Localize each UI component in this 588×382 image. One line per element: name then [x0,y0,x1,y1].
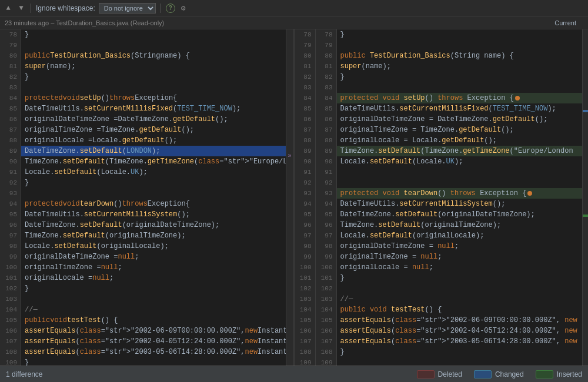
right-line-number-local: 107 [295,336,315,347]
left-code[interactable]: } public TestDuration_Basics(String name… [21,29,286,366]
right-line-number-local: 81 [295,61,315,72]
code-line: originalTimeZone = null; [337,252,583,262]
code-line: DateTimeUtils.setCurrentMillisSystem(); [337,199,583,209]
code-line: Locale.setDefault(Locale.UK); [337,156,583,167]
code-line: DateTimeUtils.setCurrentMillisSystem(); [21,209,286,220]
right-line-number-local: 86 [295,114,315,125]
changed-legend-box [474,370,492,378]
right-line-number-remote: 80 [316,51,336,61]
inserted-legend: Inserted [536,370,582,378]
diff-middle: » [286,29,294,366]
line-number: 102 [0,283,21,294]
right-line-number-local: 82 [295,72,315,82]
right-line-number-local: 80 [295,51,315,61]
code-line: originalTimeZone = TimeZone.getDefault()… [337,125,583,135]
right-line-number-remote: 101 [316,273,336,283]
right-line-number-remote: 105 [316,315,336,326]
right-line-numbers-local: 7879808182838485868788899091929394959697… [295,29,316,366]
right-line-number-local: 106 [295,326,315,336]
right-line-number-remote: 91 [316,167,336,177]
code-line: TimeZone.setDefault(TimeZone.getTimeZone… [21,156,286,167]
right-line-number-remote: 95 [316,209,336,220]
right-line-number-local: 109 [295,357,315,366]
right-line-number-local: 99 [295,252,315,262]
file-info: 23 minutes ago – TestDuration_Basics.jav… [5,19,164,26]
diff-container: 7879808182838485868788899091929394959697… [0,29,588,366]
code-line [337,167,583,177]
code-line: DateTimeZone.setDefault(originalDateTime… [21,220,286,230]
code-line: originalLocale = Locale.getDefault(); [21,135,286,146]
line-number: 93 [0,188,21,199]
right-line-numbers-remote: 7879808182838485868788899091929394959697… [316,29,337,366]
right-line-number-local: 85 [295,103,315,114]
code-line: assertEquals(class="str">"2002-06-09T00:… [21,326,286,336]
line-number: 83 [0,82,21,93]
help-button[interactable]: ? [166,4,175,13]
line-number: 82 [0,72,21,82]
code-line: DateTimeZone.setDefault(LONDON); [21,146,286,156]
code-line: } [337,29,583,40]
current-label: Current [554,19,576,26]
right-line-number-local: 79 [295,40,315,51]
code-line: //— [337,294,583,304]
right-line-number-local: 95 [295,209,315,220]
right-line-number-local: 105 [295,315,315,326]
code-line: originalTimeZone = null; [21,262,286,273]
right-pane: 7879808182838485868788899091929394959697… [295,29,589,366]
inserted-legend-label: Inserted [557,370,582,378]
right-line-number-remote: 90 [316,156,336,167]
separator2 [161,4,161,13]
settings-button[interactable]: ⚙ [179,4,188,13]
changed-legend-label: Changed [495,370,524,378]
line-number: 103 [0,294,21,304]
right-line-number-remote: 109 [316,357,336,366]
whitespace-dropdown[interactable]: Do not ignore [99,3,156,14]
line-number: 95 [0,209,21,220]
code-line: originalLocale = null; [21,273,286,283]
right-code[interactable]: } public TestDuration_Basics(String name… [337,29,583,366]
line-number: 84 [0,93,21,103]
changed-legend: Changed [474,370,524,378]
line-number: 81 [0,61,21,72]
right-line-number-remote: 94 [316,199,336,209]
change-marker-dot [527,191,532,196]
code-line: public void testTest() { [337,304,583,315]
prev-change-icon[interactable]: ▲ [4,4,13,13]
line-number: 94 [0,199,21,209]
line-number: 85 [0,103,21,114]
line-number: 86 [0,114,21,125]
right-line-number-local: 102 [295,283,315,294]
right-line-number-local: 90 [295,156,315,167]
line-number: 90 [0,156,21,167]
code-line: } [21,357,286,366]
right-line-number-remote: 83 [316,82,336,93]
code-line: assertEquals(class="str">"2003-05-06T14:… [21,347,286,357]
line-number: 88 [0,135,21,146]
line-number: 101 [0,273,21,283]
code-line: protected void tearDown() throws Excepti… [21,199,286,209]
line-number: 99 [0,252,21,262]
code-line: originalDateTimeZone = DateTimeZone.getD… [337,114,583,125]
line-number: 108 [0,347,21,357]
right-line-number-remote: 108 [316,347,336,357]
right-line-number-remote: 78 [316,29,336,40]
code-line: originalDateTimeZone = null; [337,241,583,252]
line-number: 107 [0,336,21,347]
right-line-number-remote: 103 [316,294,336,304]
next-change-icon[interactable]: ▼ [16,4,26,13]
right-line-number-remote: 87 [316,125,336,135]
code-line: protected void setUp() throws Exception … [21,93,286,103]
line-number: 98 [0,241,21,252]
line-number: 79 [0,40,21,51]
left-pane: 7879808182838485868788899091929394959697… [0,29,295,366]
right-line-number-local: 103 [295,294,315,304]
right-line-number-remote: 93 [316,188,336,199]
right-line-number-local: 91 [295,167,315,177]
right-line-number-remote: 79 [316,40,336,51]
code-line: assertEquals(class="str">"2003-05-06T14:… [337,336,583,347]
line-number: 78 [0,29,21,40]
code-line: super(name); [337,61,583,72]
code-line: public TestDuration_Basics(String name) … [337,51,583,61]
right-scrollbar[interactable] [582,29,588,366]
code-line: originalLocale = null; [337,262,583,273]
